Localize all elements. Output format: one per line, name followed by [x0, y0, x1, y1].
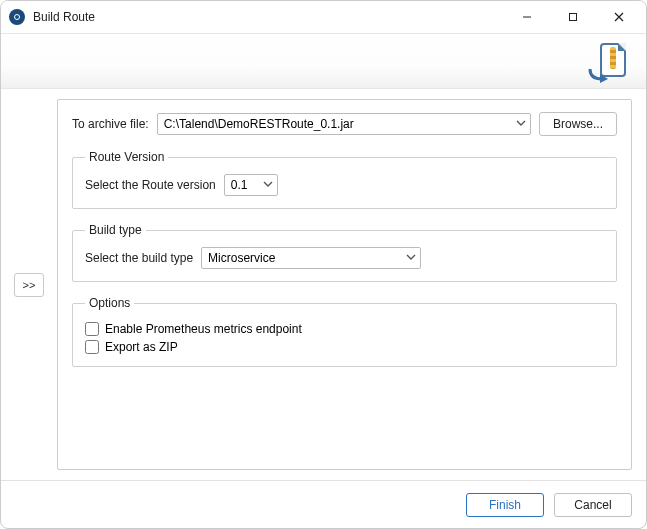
route-version-value: 0.1: [231, 178, 263, 192]
svg-rect-1: [570, 14, 577, 21]
chevron-down-icon: [406, 251, 416, 265]
enable-prometheus-label: Enable Prometheus metrics endpoint: [105, 322, 302, 336]
archive-file-label: To archive file:: [72, 117, 149, 131]
build-type-label: Select the build type: [85, 251, 193, 265]
archive-file-combo[interactable]: C:\Talend\DemoRESTRoute_0.1.jar: [157, 113, 531, 135]
route-version-label: Select the Route version: [85, 178, 216, 192]
build-type-value: Microservice: [208, 251, 406, 265]
window-title: Build Route: [33, 10, 95, 24]
expand-left-panel-button[interactable]: >>: [14, 273, 44, 297]
enable-prometheus-checkbox[interactable]: [85, 322, 99, 336]
route-version-legend: Route Version: [85, 150, 168, 164]
archive-export-icon: [588, 39, 632, 83]
route-version-select[interactable]: 0.1: [224, 174, 278, 196]
browse-button[interactable]: Browse...: [539, 112, 617, 136]
close-button[interactable]: [596, 1, 642, 33]
cancel-button[interactable]: Cancel: [554, 493, 632, 517]
options-legend: Options: [85, 296, 134, 310]
banner: [1, 33, 646, 89]
minimize-button[interactable]: [504, 1, 550, 33]
chevron-down-icon: [263, 178, 273, 192]
build-type-group: Build type Select the build type Microse…: [72, 223, 617, 282]
route-version-group: Route Version Select the Route version 0…: [72, 150, 617, 209]
options-group: Options Enable Prometheus metrics endpoi…: [72, 296, 617, 367]
maximize-button[interactable]: [550, 1, 596, 33]
archive-file-value: C:\Talend\DemoRESTRoute_0.1.jar: [164, 117, 516, 131]
finish-button[interactable]: Finish: [466, 493, 544, 517]
build-type-legend: Build type: [85, 223, 146, 237]
app-icon: [9, 9, 25, 25]
content-panel: To archive file: C:\Talend\DemoRESTRoute…: [57, 99, 632, 470]
chevron-down-icon: [516, 117, 526, 131]
build-type-select[interactable]: Microservice: [201, 247, 421, 269]
export-as-zip-label: Export as ZIP: [105, 340, 178, 354]
titlebar: Build Route: [1, 1, 646, 33]
footer: Finish Cancel: [1, 480, 646, 528]
export-as-zip-checkbox[interactable]: [85, 340, 99, 354]
